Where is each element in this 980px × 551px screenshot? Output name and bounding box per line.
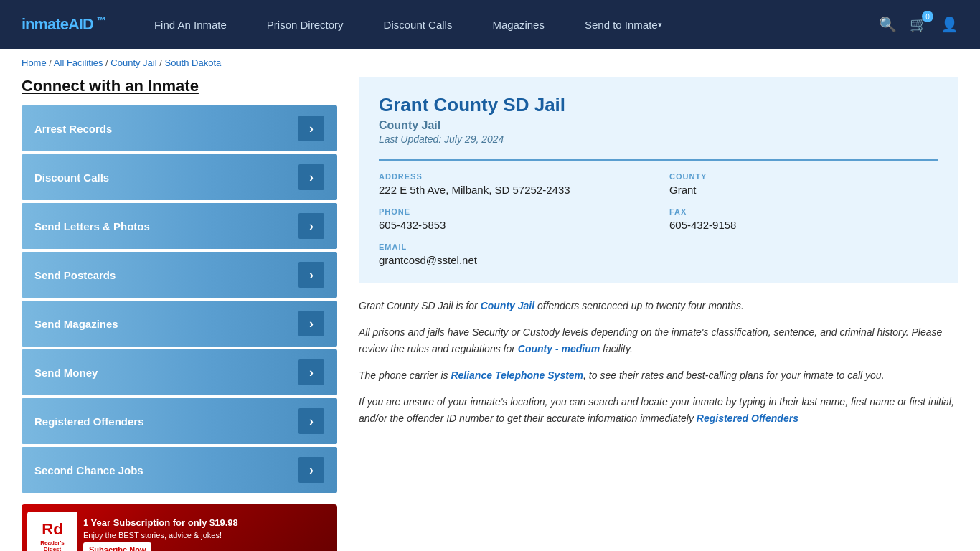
description-para1: Grant County SD Jail is for County Jail … [359, 298, 958, 314]
sidebar-arrest-records[interactable]: Arrest Records › [22, 105, 337, 151]
nav-discount-calls[interactable]: Discount Calls [364, 0, 473, 49]
main-layout: Connect with an Inmate Arrest Records › … [0, 77, 980, 551]
sidebar-send-letters[interactable]: Send Letters & Photos › [22, 203, 337, 249]
sidebar-label: Arrest Records [34, 123, 112, 135]
sidebar-label: Second Chance Jobs [34, 464, 143, 476]
sidebar-second-chance-jobs[interactable]: Second Chance Jobs › [22, 447, 337, 493]
county-value: Grant [669, 184, 938, 196]
nav-send-to-inmate[interactable]: Send to Inmate [565, 0, 682, 49]
facility-card: Grant County SD Jail County Jail Last Up… [359, 77, 958, 283]
fax-field: FAX 605-432-9158 [669, 207, 938, 231]
sidebar: Connect with an Inmate Arrest Records › … [22, 77, 337, 551]
sidebar-discount-calls[interactable]: Discount Calls › [22, 154, 337, 200]
facility-type: County Jail [379, 119, 938, 132]
sidebar-label: Registered Offenders [34, 415, 144, 428]
registered-offenders-link[interactable]: Registered Offenders [697, 413, 798, 424]
sidebar-send-money[interactable]: Send Money › [22, 349, 337, 395]
arrow-icon: › [298, 359, 324, 385]
phone-value: 605-432-5853 [379, 219, 648, 231]
cart-badge: 0 [922, 11, 933, 22]
logo-text: inmateAID ™ [22, 15, 105, 34]
county-medium-link[interactable]: County - medium [518, 343, 600, 354]
facility-description: Grant County SD Jail is for County Jail … [359, 298, 958, 428]
user-icon[interactable]: 👤 [941, 16, 958, 33]
sidebar-label: Discount Calls [34, 171, 109, 184]
sidebar-menu: Arrest Records › Discount Calls › Send L… [22, 105, 337, 493]
email-label: EMAIL [379, 242, 648, 251]
arrow-icon: › [298, 213, 324, 239]
sidebar-label: Send Magazines [34, 318, 118, 330]
county-label: COUNTY [669, 172, 938, 181]
sidebar-send-postcards[interactable]: Send Postcards › [22, 252, 337, 298]
nav-magazines[interactable]: Magazines [472, 0, 565, 49]
main-nav: Find An Inmate Prison Directory Discount… [134, 0, 879, 49]
nav-find-inmate[interactable]: Find An Inmate [134, 0, 247, 49]
breadcrumb-county-jail[interactable]: County Jail [110, 57, 156, 68]
address-field: ADDRESS 222 E 5th Ave, Milbank, SD 57252… [379, 172, 648, 196]
arrow-icon: › [298, 116, 324, 141]
facility-info-grid: ADDRESS 222 E 5th Ave, Milbank, SD 57252… [379, 159, 938, 266]
arrow-icon: › [298, 408, 324, 434]
fax-label: FAX [669, 207, 938, 216]
nav-prison-directory[interactable]: Prison Directory [247, 0, 364, 49]
ad-headline: 1 Year Subscription for only $19.98 [83, 517, 238, 528]
logo[interactable]: inmateAID ™ [22, 15, 105, 34]
content: Grant County SD Jail County Jail Last Up… [359, 77, 958, 438]
phone-label: PHONE [379, 207, 648, 216]
facility-name: Grant County SD Jail [379, 94, 938, 116]
sidebar-label: Send Letters & Photos [34, 220, 150, 232]
address-label: ADDRESS [379, 172, 648, 181]
ad-logo: Rd Reader's Digest [27, 512, 77, 551]
ad-text: 1 Year Subscription for only $19.98 Enjo… [83, 517, 238, 552]
sidebar-label: Send Money [34, 367, 98, 379]
sidebar-registered-offenders[interactable]: Registered Offenders › [22, 398, 337, 444]
ad-subscribe-button[interactable]: Subscribe Now [83, 542, 151, 552]
search-icon[interactable]: 🔍 [879, 16, 897, 33]
breadcrumb-south-dakota[interactable]: South Dakota [164, 57, 221, 68]
cart-icon[interactable]: 🛒 0 [910, 16, 928, 33]
reliance-telephone-link[interactable]: Reliance Telephone System [451, 369, 583, 381]
phone-field: PHONE 605-432-5853 [379, 207, 648, 231]
address-value: 222 E 5th Ave, Milbank, SD 57252-2433 [379, 184, 648, 196]
sidebar-title: Connect with an Inmate [22, 77, 337, 95]
arrow-icon: › [298, 164, 324, 190]
arrow-icon: › [298, 311, 324, 336]
description-para2: All prisons and jails have Security or C… [359, 324, 958, 357]
ad-subtext: Enjoy the BEST stories, advice & jokes! [83, 531, 238, 540]
arrow-icon: › [298, 262, 324, 288]
facility-updated: Last Updated: July 29, 2024 [379, 133, 938, 145]
breadcrumb-all-facilities[interactable]: All Facilities [54, 57, 103, 68]
sidebar-send-magazines[interactable]: Send Magazines › [22, 301, 337, 347]
breadcrumb-home[interactable]: Home [22, 57, 47, 68]
description-para4: If you are unsure of your inmate's locat… [359, 394, 958, 427]
arrow-icon: › [298, 457, 324, 483]
email-value: grantcosd@sstel.net [379, 254, 648, 266]
sidebar-ad: Rd Reader's Digest 1 Year Subscription f… [22, 504, 337, 551]
breadcrumb: Home / All Facilities / County Jail / So… [0, 49, 980, 77]
sidebar-label: Send Postcards [34, 269, 116, 281]
description-para3: The phone carrier is Reliance Telephone … [359, 367, 958, 384]
email-field: EMAIL grantcosd@sstel.net [379, 242, 648, 266]
county-jail-link-1[interactable]: County Jail [481, 300, 534, 311]
header-icons: 🔍 🛒 0 👤 [879, 16, 958, 33]
header: inmateAID ™ Find An Inmate Prison Direct… [0, 0, 980, 49]
county-field: COUNTY Grant [669, 172, 938, 196]
fax-value: 605-432-9158 [669, 219, 938, 231]
